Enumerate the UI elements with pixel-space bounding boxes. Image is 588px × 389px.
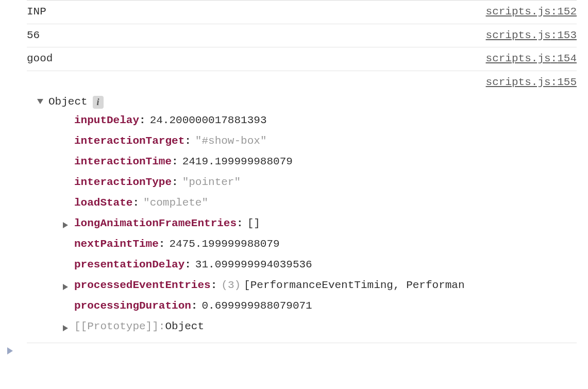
property-key: interactionType xyxy=(74,174,172,191)
property-key[interactable]: [[Prototype]] xyxy=(74,318,159,335)
property-value[interactable]: [PerformanceEventTiming, Performan xyxy=(244,277,464,294)
property-value[interactable]: Object xyxy=(165,318,204,335)
property-key: interactionTime xyxy=(74,154,172,171)
disclosure-triangle-closed-icon[interactable] xyxy=(63,222,68,228)
property-key: processingDuration xyxy=(74,298,191,315)
log-message: INP xyxy=(27,4,46,21)
source-link[interactable]: scripts.js:152 xyxy=(486,4,577,21)
property-row: interactionType: "pointer" xyxy=(63,173,577,193)
object-properties: inputDelay: 24.200000017881393 interacti… xyxy=(27,111,577,337)
property-row: loadState: "complete" xyxy=(63,193,577,214)
property-key: loadState xyxy=(74,195,132,212)
source-link[interactable]: scripts.js:155 xyxy=(486,74,577,91)
property-value[interactable]: [] xyxy=(247,215,260,232)
disclosure-triangle-open-icon[interactable] xyxy=(37,99,43,104)
property-row: presentationDelay: 31.099999994039536 xyxy=(63,255,577,276)
prototype-row: [[Prototype]]: Object xyxy=(63,317,577,337)
property-value: 2475.199999988079 xyxy=(169,236,279,253)
console-log-line: 56 scripts.js:153 xyxy=(27,24,577,48)
property-value: 31.099999994039536 xyxy=(195,257,312,274)
property-row: nextPaintTime: 2475.199999988079 xyxy=(63,234,577,255)
object-header[interactable]: Object i xyxy=(27,94,577,111)
property-value: 2419.199999988079 xyxy=(182,154,293,171)
property-key[interactable]: processedEventEntries xyxy=(74,277,211,294)
property-row: processedEventEntries: (3) [PerformanceE… xyxy=(63,276,577,296)
console-output: INP scripts.js:152 56 scripts.js:153 goo… xyxy=(0,0,588,343)
property-row: interactionTime: 2419.199999988079 xyxy=(63,152,577,173)
console-object-log: scripts.js:155 Object i inputDelay: 24.2… xyxy=(27,71,577,343)
console-log-line: good scripts.js:154 xyxy=(27,47,577,71)
property-value: 0.699999988079071 xyxy=(201,298,312,315)
property-value: "pointer" xyxy=(182,174,241,191)
chevron-right-icon xyxy=(7,347,13,354)
property-row: processingDuration: 0.699999988079071 xyxy=(63,296,577,317)
property-row: inputDelay: 24.200000017881393 xyxy=(63,111,577,131)
property-key: interactionTarget xyxy=(74,133,184,150)
console-prompt[interactable] xyxy=(0,343,588,359)
property-value: 24.200000017881393 xyxy=(150,112,267,129)
property-key: nextPaintTime xyxy=(74,236,159,253)
source-link[interactable]: scripts.js:154 xyxy=(486,50,577,67)
object-label: Object xyxy=(48,94,88,111)
disclosure-triangle-closed-icon[interactable] xyxy=(63,284,68,290)
property-row: interactionTarget: "#show-box" xyxy=(63,131,577,152)
array-length: (3) xyxy=(221,277,241,294)
disclosure-triangle-closed-icon[interactable] xyxy=(63,325,68,331)
property-key[interactable]: longAnimationFrameEntries xyxy=(74,215,237,232)
property-key: inputDelay xyxy=(74,112,139,129)
log-message: good xyxy=(27,50,53,67)
property-value: "#show-box" xyxy=(195,133,267,150)
console-log-line: INP scripts.js:152 xyxy=(27,0,577,24)
log-message: 56 xyxy=(27,27,40,44)
property-value: "complete" xyxy=(143,195,208,212)
source-link[interactable]: scripts.js:153 xyxy=(486,27,577,44)
property-row: longAnimationFrameEntries: [] xyxy=(63,214,577,234)
property-key: presentationDelay xyxy=(74,257,184,274)
info-icon[interactable]: i xyxy=(93,96,104,109)
